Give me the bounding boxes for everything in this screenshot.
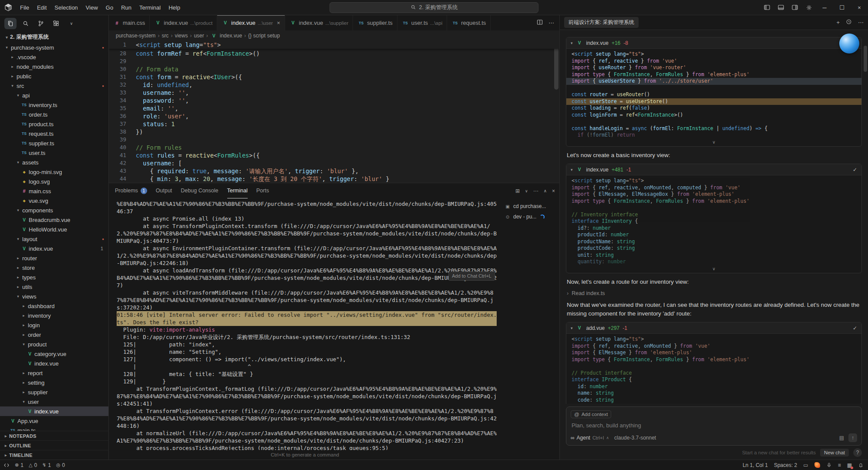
- tree-item-dashboard[interactable]: ▸dashboard: [0, 301, 108, 311]
- editor-tab-1-index.vue[interactable]: Vindex.vue...\product: [150, 15, 217, 30]
- tree-item-category.vue[interactable]: Vcategory.vue: [0, 349, 108, 359]
- tree-item-user[interactable]: ▾user: [0, 397, 108, 406]
- terminal-view[interactable]: %E8%B4%AD%E7%AE%A1%E7%90%86%E7%B3%BB%E7%…: [109, 198, 501, 460]
- breadcrumb-item[interactable]: index.vue: [220, 33, 242, 39]
- extensions-icon[interactable]: [50, 18, 62, 29]
- maximize-panel-icon[interactable]: ∧: [544, 188, 547, 193]
- tree-item-report[interactable]: ▸report: [0, 368, 108, 378]
- add-context-button[interactable]: @ Add context: [571, 410, 611, 418]
- terminal-session-1[interactable]: ⊙dev - pu...: [501, 212, 559, 222]
- panel-tab-ports[interactable]: Ports: [256, 183, 269, 198]
- breadcrumb-item[interactable]: user: [194, 33, 204, 39]
- tree-item-api[interactable]: ▾api: [0, 91, 108, 100]
- menu-run[interactable]: Run: [118, 3, 135, 12]
- breadcrumb-item[interactable]: src: [161, 33, 168, 39]
- tree-item-public[interactable]: ▸public: [0, 71, 108, 81]
- tree-item-order.ts[interactable]: TSorder.ts: [0, 110, 108, 119]
- editor-tab-2-index.vue[interactable]: Vindex.vue...\user×: [217, 15, 285, 30]
- tree-item-components[interactable]: ▾components: [0, 205, 108, 215]
- tree-item-utils[interactable]: ▸utils: [0, 282, 108, 292]
- tree-item-order[interactable]: ▸order: [0, 330, 108, 339]
- tree-item-store[interactable]: ▸store: [0, 263, 108, 272]
- editor-tab-0-main.css[interactable]: #main.css: [109, 15, 150, 30]
- tree-item-request.ts[interactable]: TSrequest.ts: [0, 129, 108, 138]
- status-errors[interactable]: ⊗1: [15, 462, 24, 468]
- line-col-indicator[interactable]: Ln 1, Col 1: [743, 462, 768, 468]
- check-icon[interactable]: ✓: [853, 167, 857, 173]
- tree-item-src[interactable]: ▾src●: [0, 81, 108, 91]
- maximize-button[interactable]: ☐: [833, 0, 851, 15]
- status-sync[interactable]: ◎0: [56, 462, 65, 468]
- panel-tab-terminal[interactable]: Terminal: [227, 183, 248, 198]
- tree-item-node_modules[interactable]: ▸node_modules: [0, 62, 108, 71]
- more-views-chevron-icon[interactable]: ∨: [65, 18, 77, 29]
- close-icon[interactable]: ×: [277, 20, 280, 26]
- menu-selection[interactable]: Selection: [51, 3, 81, 12]
- code-block-header[interactable]: ▾Vindex.vue+481-1✓: [566, 164, 861, 175]
- tree-item-App.vue[interactable]: VApp.vue: [0, 416, 108, 426]
- panel-tab-problems[interactable]: Problems1: [115, 183, 147, 198]
- settings-gear-icon[interactable]: [802, 1, 816, 14]
- spaces-indicator[interactable]: Spaces: 2: [774, 462, 797, 468]
- sidebar-section-outline[interactable]: ▸OUTLINE: [0, 440, 108, 450]
- new-chat-icon[interactable]: +: [836, 19, 840, 26]
- workspace-root[interactable]: ▾ 2. 采购管理系统: [0, 32, 108, 43]
- tree-item-inventory.ts[interactable]: TSinventory.ts: [0, 100, 108, 110]
- new-terminal-icon[interactable]: ⊞: [515, 188, 520, 194]
- tree-item-main.css[interactable]: #main.css: [0, 186, 108, 196]
- menu-file[interactable]: File: [17, 3, 33, 12]
- tool-call-read[interactable]: ›Read index.ts: [567, 290, 861, 296]
- menu-go[interactable]: Go: [102, 3, 117, 12]
- breadcrumb-item[interactable]: purchase-system: [116, 33, 155, 39]
- image-attach-icon[interactable]: ▤: [839, 435, 844, 441]
- help-button[interactable]: ?: [853, 448, 862, 457]
- panel-tab-debug-console[interactable]: Debug Console: [181, 183, 218, 198]
- explorer-icon[interactable]: [4, 18, 17, 29]
- tree-item-assets[interactable]: ▾assets: [0, 158, 108, 167]
- source-control-icon[interactable]: [35, 18, 47, 29]
- tree-item-purchase-system[interactable]: ▾purchase-system●: [0, 43, 108, 52]
- cursor-update-icon[interactable]: [814, 462, 820, 468]
- tree-item-index.vue[interactable]: Vindex.vue: [0, 406, 108, 416]
- panel-tab-output[interactable]: Output: [156, 183, 172, 198]
- send-icon[interactable]: ↑: [848, 433, 857, 442]
- close-panel-icon[interactable]: ×: [552, 188, 555, 194]
- tree-item-supplier.ts[interactable]: TSsupplier.ts: [0, 138, 108, 148]
- sidebar-section-timeline[interactable]: ▸TIMELINE: [0, 450, 108, 460]
- tree-item-inventory[interactable]: ▸inventory: [0, 311, 108, 320]
- grid-icon[interactable]: ▦: [847, 462, 852, 468]
- code-block-header[interactable]: ▾Vindex.vue+16-8✓: [566, 37, 861, 49]
- chat-scrollbar[interactable]: [864, 46, 867, 72]
- remote-icon[interactable]: [3, 462, 10, 468]
- tree-item-index.vue[interactable]: Vindex.vue: [0, 359, 108, 368]
- panel-more-icon[interactable]: ⋯: [533, 188, 538, 194]
- tree-item-product[interactable]: ▾product: [0, 339, 108, 349]
- expand-chevron-icon[interactable]: ∨: [566, 266, 861, 273]
- code-block-header[interactable]: ▾Vadd.vue+297-1✓: [566, 322, 861, 334]
- toggle-panel-icon[interactable]: [774, 1, 788, 14]
- tree-item-logo.svg[interactable]: ◆logo.svg: [0, 177, 108, 186]
- list-icon[interactable]: ≡: [838, 462, 841, 468]
- check-icon[interactable]: ✓: [853, 325, 857, 331]
- agent-mode-selector[interactable]: ∞ Agent Ctrl+I ∧: [571, 435, 609, 441]
- chat-input[interactable]: @ Add context Plan, search, build anythi…: [566, 406, 862, 446]
- menu-terminal[interactable]: Terminal: [136, 3, 164, 12]
- menu-help[interactable]: Help: [165, 3, 184, 12]
- editor-scrollbar[interactable]: [554, 42, 558, 90]
- tree-item-HelloWorld.vue[interactable]: VHelloWorld.vue: [0, 225, 108, 234]
- status-warnings[interactable]: △0: [29, 462, 37, 468]
- tree-item-main.ts[interactable]: TSmain.ts: [0, 426, 108, 431]
- add-to-chat-hint[interactable]: Add to Chat Ctrl+L: [448, 272, 495, 281]
- new-chat-button[interactable]: New chat: [820, 449, 849, 457]
- tree-item-layout[interactable]: ▾layout●: [0, 234, 108, 244]
- tree-item-Breadcrumb.vue[interactable]: VBreadcrumb.vue: [0, 215, 108, 225]
- breadcrumb-item[interactable]: {} script setup: [248, 33, 280, 39]
- tree-item-logo-mini.svg[interactable]: ◆logo-mini.svg: [0, 167, 108, 177]
- menu-edit[interactable]: Edit: [34, 3, 50, 12]
- bell-icon[interactable]: [858, 462, 864, 468]
- tree-item-login[interactable]: ▸login: [0, 320, 108, 330]
- toggle-sidebar-icon[interactable]: [760, 1, 774, 14]
- close-button[interactable]: ×: [851, 0, 868, 15]
- mic-icon[interactable]: [826, 462, 832, 468]
- tree-item-user.ts[interactable]: TSuser.ts: [0, 148, 108, 158]
